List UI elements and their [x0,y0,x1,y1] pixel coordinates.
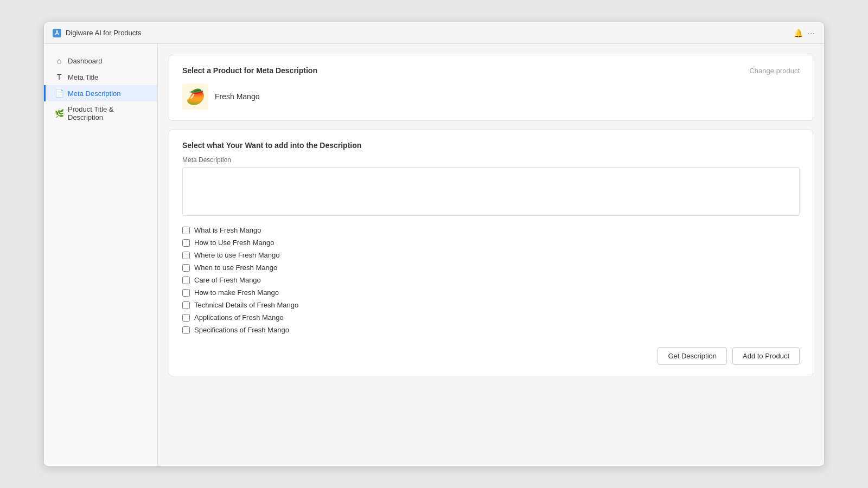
checkbox-item-3[interactable]: Where to use Fresh Mango [182,251,800,259]
sidebar-item-label: Meta Title [68,73,98,81]
checkbox-item-6[interactable]: How to make Fresh Mango [182,288,800,297]
checkbox-item-2[interactable]: How to Use Fresh Mango [182,239,800,247]
checkbox-label-1: What is Fresh Mango [194,226,261,234]
checkbox-1[interactable] [182,227,190,234]
sidebar-item-meta-title[interactable]: T Meta Title [44,69,157,85]
buttons-row: Get Description Add to Product [182,347,800,365]
content-area: Select a Product for Meta Description Ch… [158,44,824,466]
product-emoji: 🥭 [186,88,205,106]
checkbox-label-5: Care of Fresh Mango [194,276,261,284]
title-bar-left: A Digiware AI for Products [53,29,141,37]
checkbox-8[interactable] [182,314,190,322]
checkbox-item-8[interactable]: Applications of Fresh Mango [182,313,800,322]
sidebar-item-label: Dashboard [68,57,103,65]
title-bar: A Digiware AI for Products 🔔 ··· [44,22,824,44]
checkbox-label-9: Specifications of Fresh Mango [194,326,289,334]
checkbox-5[interactable] [182,277,190,284]
checkbox-label-7: Technical Details of Fresh Mango [194,301,298,309]
product-row: 🥭 Fresh Mango [182,84,800,110]
checkbox-4[interactable] [182,264,190,272]
product-selection-card: Select a Product for Meta Description Ch… [169,55,813,121]
add-to-product-button[interactable]: Add to Product [732,347,800,365]
checkbox-7[interactable] [182,301,190,309]
checkbox-item-4[interactable]: When to use Fresh Mango [182,264,800,272]
product-image: 🥭 [182,84,208,110]
product-name: Fresh Mango [215,92,259,101]
card-header: Select a Product for Meta Description Ch… [182,66,800,75]
menu-icon[interactable]: ··· [807,29,815,37]
main-layout: ⌂ Dashboard T Meta Title 📄 Meta Descript… [44,44,824,466]
checkbox-label-3: Where to use Fresh Mango [194,251,280,259]
description-card-title: Select what Your Want to add into the De… [182,141,800,150]
checkbox-label-8: Applications of Fresh Mango [194,313,284,322]
checkbox-label-6: How to make Fresh Mango [194,288,279,297]
dashboard-icon: ⌂ [55,56,63,65]
checkbox-label-4: When to use Fresh Mango [194,264,277,272]
meta-title-icon: T [55,73,63,81]
title-bar-right: 🔔 ··· [794,29,815,37]
meta-description-label: Meta Description [182,156,800,164]
checkbox-item-1[interactable]: What is Fresh Mango [182,226,800,234]
checkbox-9[interactable] [182,326,190,334]
description-selection-card: Select what Your Want to add into the De… [169,130,813,376]
checkbox-6[interactable] [182,289,190,297]
get-description-button[interactable]: Get Description [658,347,727,365]
meta-description-icon: 📄 [55,89,63,98]
change-product-link[interactable]: Change product [749,67,800,75]
sidebar-item-label: Meta Description [68,89,121,98]
bell-icon[interactable]: 🔔 [794,29,803,37]
product-card-title: Select a Product for Meta Description [182,66,317,75]
checkbox-label-2: How to Use Fresh Mango [194,239,274,247]
product-title-icon: 🌿 [55,109,63,118]
checkbox-item-5[interactable]: Care of Fresh Mango [182,276,800,284]
sidebar-item-label: Product Title & Description [68,105,146,121]
checkbox-list: What is Fresh Mango How to Use Fresh Man… [182,226,800,334]
checkbox-2[interactable] [182,239,190,247]
app-title: Digiware AI for Products [66,29,141,37]
sidebar-item-meta-description[interactable]: 📄 Meta Description [44,85,157,101]
app-window: A Digiware AI for Products 🔔 ··· ⌂ Dashb… [43,22,825,466]
checkbox-item-9[interactable]: Specifications of Fresh Mango [182,326,800,334]
sidebar-item-product-title-description[interactable]: 🌿 Product Title & Description [44,101,157,125]
sidebar-item-dashboard[interactable]: ⌂ Dashboard [44,53,157,69]
checkbox-item-7[interactable]: Technical Details of Fresh Mango [182,301,800,309]
app-icon: A [53,29,61,37]
meta-description-textarea[interactable] [182,167,800,216]
checkbox-3[interactable] [182,252,190,259]
sidebar: ⌂ Dashboard T Meta Title 📄 Meta Descript… [44,44,158,466]
